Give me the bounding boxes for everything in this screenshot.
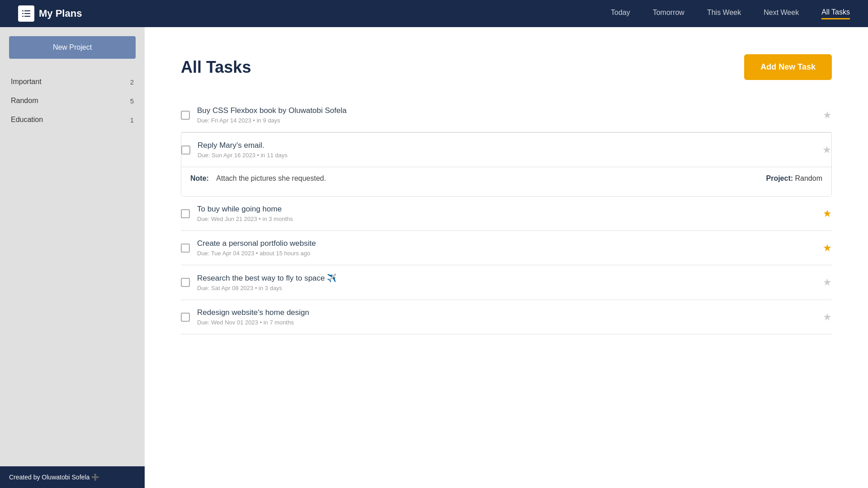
sidebar-item-random[interactable]: Random 5: [9, 91, 136, 110]
page-title: All Tasks: [181, 58, 251, 77]
task-checkbox-3[interactable]: [181, 209, 190, 218]
task-list: Buy CSS Flexbox book by Oluwatobi Sofela…: [181, 98, 832, 334]
nav-tomorrow[interactable]: Tomorrow: [653, 9, 684, 19]
task-title-6: Redesign website's home design: [197, 308, 816, 317]
task-row: Buy CSS Flexbox book by Oluwatobi Sofela…: [181, 98, 832, 132]
task-checkbox-5[interactable]: [181, 278, 190, 287]
nav-this-week[interactable]: This Week: [707, 9, 741, 19]
task-title-4: Create a personal portfolio website: [197, 239, 816, 248]
task-due-2: Due: Sun Apr 16 2023 • in 11 days: [198, 152, 815, 159]
note-text-2: Attach the pictures she requested.: [216, 174, 326, 182]
logo-icon-box: [18, 5, 34, 22]
task-title-3: To buy while going home: [197, 205, 816, 214]
nav-today[interactable]: Today: [611, 9, 630, 19]
svg-rect-0: [22, 10, 24, 11]
task-row-3: To buy while going home Due: Wed Jun 21 …: [181, 197, 832, 231]
note-content-2: Note: Attach the pictures she requested.…: [190, 174, 822, 183]
svg-rect-2: [22, 13, 24, 14]
note-project-name: Random: [795, 174, 822, 182]
task-star-2[interactable]: ★: [822, 144, 831, 156]
sidebar-item-important-count: 2: [130, 78, 134, 86]
sidebar-items: Important 2 Random 5 Education 1: [0, 68, 145, 134]
task-row-5: Research the best way to fly to space ✈️…: [181, 265, 832, 300]
svg-rect-5: [24, 16, 30, 17]
nav-links: Today Tomorrow This Week Next Week All T…: [611, 8, 850, 19]
sidebar: New Project Important 2 Random 5 Educati…: [0, 27, 145, 488]
content-header: All Tasks Add New Task: [181, 54, 832, 80]
sidebar-item-education-label: Education: [11, 116, 43, 124]
list-icon: [21, 8, 32, 19]
task-checkbox-6[interactable]: [181, 313, 190, 322]
svg-rect-3: [24, 13, 30, 14]
sidebar-footer: Created by Oluwatobi Sofela ➕: [0, 466, 145, 488]
task-checkbox-1[interactable]: [181, 111, 190, 120]
task-note-body-2: Note: Attach the pictures she requested.…: [181, 167, 831, 196]
top-nav: My Plans Today Tomorrow This Week Next W…: [0, 0, 868, 27]
task-due-1: Due: Fri Apr 14 2023 • in 9 days: [197, 117, 816, 124]
task-due-3: Due: Wed Jun 21 2023 • in 3 months: [197, 216, 816, 222]
task-expanded-2: Reply Mary's email. Due: Sun Apr 16 2023…: [181, 132, 832, 197]
task-info-5: Research the best way to fly to space ✈️…: [197, 273, 816, 291]
task-checkbox-4[interactable]: [181, 244, 190, 253]
task-star-3[interactable]: ★: [823, 208, 832, 220]
nav-all-tasks[interactable]: All Tasks: [821, 8, 850, 19]
note-label-2: Note:: [190, 174, 209, 182]
note-left: Note: Attach the pictures she requested.: [190, 174, 326, 183]
task-row-6: Redesign website's home design Due: Wed …: [181, 300, 832, 334]
task-info-6: Redesign website's home design Due: Wed …: [197, 308, 816, 326]
sidebar-item-education[interactable]: Education 1: [9, 110, 136, 129]
main-layout: New Project Important 2 Random 5 Educati…: [0, 27, 868, 488]
task-star-1[interactable]: ★: [823, 109, 832, 121]
note-project-label: Project:: [766, 174, 795, 182]
task-info-1: Buy CSS Flexbox book by Oluwatobi Sofela…: [197, 106, 816, 124]
task-due-4: Due: Tue Apr 04 2023 • about 15 hours ag…: [197, 250, 816, 257]
note-project-2: Project: Random: [766, 174, 823, 183]
task-row-2: Reply Mary's email. Due: Sun Apr 16 2023…: [181, 133, 831, 167]
new-project-button[interactable]: New Project: [9, 36, 136, 59]
task-star-4[interactable]: ★: [823, 242, 832, 254]
task-checkbox-2[interactable]: [181, 145, 190, 155]
main-content: All Tasks Add New Task Buy CSS Flexbox b…: [145, 27, 868, 488]
sidebar-item-random-label: Random: [11, 97, 38, 105]
svg-rect-4: [22, 16, 24, 17]
footer-text: Created by Oluwatobi Sofela ➕: [9, 474, 99, 481]
svg-rect-1: [24, 10, 30, 11]
sidebar-item-important-label: Important: [11, 78, 42, 86]
task-star-5[interactable]: ★: [823, 277, 832, 288]
task-info-3: To buy while going home Due: Wed Jun 21 …: [197, 205, 816, 222]
add-new-task-button[interactable]: Add New Task: [744, 54, 832, 80]
app-logo: My Plans: [18, 5, 82, 22]
task-title-2: Reply Mary's email.: [198, 141, 815, 150]
task-info-4: Create a personal portfolio website Due:…: [197, 239, 816, 257]
task-title-5: Research the best way to fly to space ✈️: [197, 273, 816, 283]
task-star-6[interactable]: ★: [823, 311, 832, 323]
app-title: My Plans: [39, 8, 82, 19]
sidebar-item-important[interactable]: Important 2: [9, 72, 136, 91]
task-due-6: Due: Wed Nov 01 2023 • in 7 months: [197, 319, 816, 326]
task-row-4: Create a personal portfolio website Due:…: [181, 231, 832, 265]
sidebar-item-random-count: 5: [130, 97, 134, 105]
nav-next-week[interactable]: Next Week: [764, 9, 799, 19]
task-info-2: Reply Mary's email. Due: Sun Apr 16 2023…: [198, 141, 815, 159]
sidebar-item-education-count: 1: [130, 116, 134, 124]
task-title-1: Buy CSS Flexbox book by Oluwatobi Sofela: [197, 106, 816, 115]
task-due-5: Due: Sat Apr 08 2023 • in 3 days: [197, 285, 816, 291]
